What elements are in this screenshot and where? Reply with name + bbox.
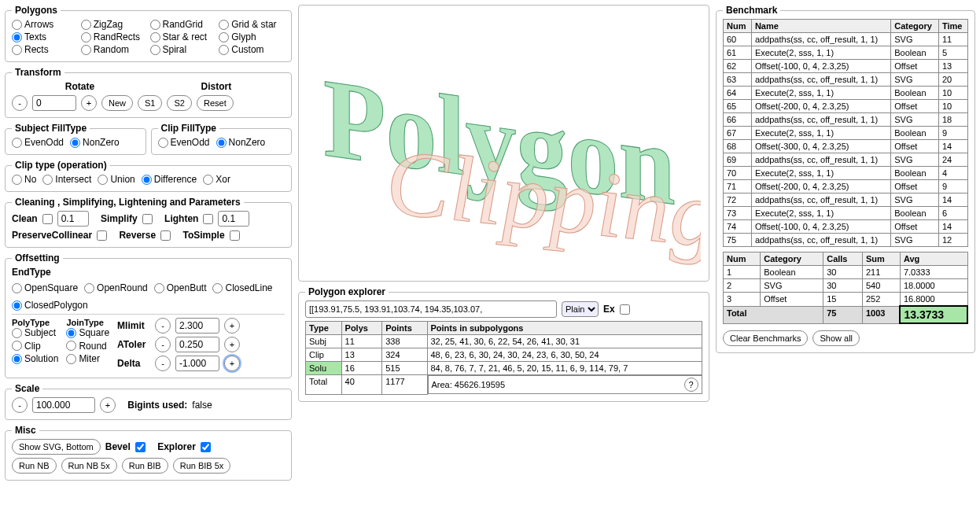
subject-fill-option-evenodd[interactable]: EvenOdd: [12, 137, 64, 148]
polygons-option-star-rect[interactable]: Star & rect: [150, 31, 216, 42]
polygons-option-radio-randrects[interactable]: [81, 32, 91, 42]
scale-minus-button[interactable]: -: [12, 397, 28, 413]
cliptype-option-no[interactable]: No: [12, 174, 36, 185]
ex-checkbox[interactable]: [620, 304, 630, 315]
delta-input[interactable]: [175, 356, 219, 371]
show-svg-button[interactable]: Show SVG, Bottom: [12, 439, 101, 455]
polygons-option-radio-custom[interactable]: [219, 45, 229, 55]
polygons-option-rects[interactable]: Rects: [12, 44, 78, 55]
cliptype-option-xor[interactable]: Xor: [203, 174, 230, 185]
polygons-option-radio-random[interactable]: [81, 45, 91, 55]
polygons-option-texts[interactable]: Texts: [12, 31, 78, 42]
endtype-option-closedline[interactable]: ClosedLine: [212, 282, 272, 293]
atoler-input[interactable]: [175, 337, 219, 352]
canvas-area[interactable]: Polygon Clipping: [298, 5, 709, 282]
clip-fill-option-radio-evenodd[interactable]: [158, 138, 168, 148]
explorer-input[interactable]: [305, 300, 557, 318]
lighten-input[interactable]: [218, 211, 249, 227]
reverse-checkbox[interactable]: [160, 230, 171, 241]
polygons-option-glyph[interactable]: Glyph: [219, 31, 285, 42]
clip-fill-option-evenodd[interactable]: EvenOdd: [158, 137, 210, 148]
endtype-option-radio-opensquare[interactable]: [12, 283, 22, 293]
mlimit-minus-button[interactable]: -: [155, 318, 171, 334]
polygons-option-radio-glyph[interactable]: [219, 32, 229, 42]
subject-fill-option-nonzero[interactable]: NonZero: [70, 137, 120, 148]
endtype-option-opensquare[interactable]: OpenSquare: [12, 282, 78, 293]
reset-button[interactable]: Reset: [197, 95, 234, 111]
lighten-checkbox[interactable]: [203, 214, 213, 224]
jointype-option-square[interactable]: Square: [66, 327, 109, 338]
polygons-option-radio-rects[interactable]: [12, 45, 22, 55]
polygons-option-custom[interactable]: Custom: [219, 44, 285, 55]
benchmark-row: 72addpaths(ss, cc, off_result, 1, 1)SVG1…: [724, 194, 968, 207]
rotate-plus-button[interactable]: +: [81, 95, 97, 111]
s1-button[interactable]: S1: [138, 95, 162, 111]
polygons-option-radio-randgrid[interactable]: [150, 20, 160, 30]
polygons-option-randgrid[interactable]: RandGrid: [150, 19, 216, 30]
scale-input[interactable]: [32, 397, 95, 413]
rotate-minus-button[interactable]: -: [12, 95, 28, 111]
endtype-option-radio-closedline[interactable]: [212, 283, 223, 293]
endtype-option-openround[interactable]: OpenRound: [84, 282, 148, 293]
clear-benchmarks-button[interactable]: Clear Benchmarks: [723, 330, 808, 346]
polygons-option-radio-grid-star[interactable]: [219, 20, 229, 30]
run-bib-button[interactable]: Run BIB: [122, 458, 168, 474]
endtype-option-radio-closedpolygon[interactable]: [12, 300, 22, 311]
run-bib5-button[interactable]: Run BIB 5x: [173, 458, 231, 474]
show-all-button[interactable]: Show all: [812, 330, 860, 346]
endtype-option-openbutt[interactable]: OpenButt: [154, 282, 207, 293]
preserve-checkbox[interactable]: [97, 230, 107, 241]
polytype-option-clip[interactable]: Clip: [12, 341, 41, 352]
mlimit-input[interactable]: [175, 318, 219, 334]
endtype-option-closedpolygon[interactable]: ClosedPolygon: [12, 300, 88, 311]
polygons-option-arrows[interactable]: Arrows: [12, 19, 78, 30]
cliptype-option-union[interactable]: Union: [98, 174, 134, 185]
delta-minus-button[interactable]: -: [155, 356, 171, 371]
clean-input[interactable]: [57, 211, 89, 227]
cliptype-option-radio-union[interactable]: [98, 175, 108, 185]
explorer-select[interactable]: Plain: [562, 301, 599, 317]
polygons-option-zigzag[interactable]: ZigZag: [81, 19, 147, 30]
polygons-option-grid-star[interactable]: Grid & star: [219, 19, 285, 30]
simplify-checkbox[interactable]: [142, 214, 153, 224]
subject-fill-option-radio-evenodd[interactable]: [12, 138, 22, 148]
s2-button[interactable]: S2: [167, 95, 191, 111]
endtype-option-radio-openround[interactable]: [84, 283, 94, 293]
polygons-option-radio-arrows[interactable]: [12, 20, 22, 30]
polygons-option-radio-texts[interactable]: [12, 32, 22, 42]
jointype-option-miter[interactable]: Miter: [66, 353, 100, 364]
jointype-option-round[interactable]: Round: [66, 341, 106, 352]
explorer-checkbox[interactable]: [201, 442, 211, 452]
endtype-option-radio-openbutt[interactable]: [154, 283, 164, 293]
atoler-plus-button[interactable]: +: [224, 337, 240, 352]
polytype-option-solution[interactable]: Solution: [12, 353, 58, 364]
clean-checkbox[interactable]: [42, 214, 53, 224]
cliptype-option-difference[interactable]: Difference: [142, 174, 197, 185]
clip-fill-option-nonzero[interactable]: NonZero: [216, 137, 266, 148]
polygons-option-radio-spiral[interactable]: [150, 45, 160, 55]
atoler-minus-button[interactable]: -: [155, 337, 171, 352]
bevel-checkbox[interactable]: [135, 442, 146, 452]
polytype-option-subject[interactable]: Subject: [12, 327, 56, 338]
cliptype-option-radio-intersect[interactable]: [42, 175, 53, 185]
tosimple-checkbox[interactable]: [230, 230, 240, 241]
polygons-option-spiral[interactable]: Spiral: [150, 44, 216, 55]
cliptype-option-radio-difference[interactable]: [142, 175, 152, 185]
run-nb5-button[interactable]: Run NB 5x: [61, 458, 117, 474]
cliptype-option-radio-xor[interactable]: [203, 175, 213, 185]
polygons-option-randrects[interactable]: RandRects: [81, 31, 147, 42]
scale-plus-button[interactable]: +: [100, 397, 116, 413]
polygons-option-random[interactable]: Random: [81, 44, 147, 55]
subject-fill-option-radio-nonzero[interactable]: [70, 138, 80, 148]
cliptype-option-radio-no[interactable]: [12, 175, 22, 185]
rotate-input[interactable]: [32, 95, 76, 111]
new-button[interactable]: New: [101, 95, 133, 111]
help-button[interactable]: ?: [684, 378, 698, 392]
run-nb-button[interactable]: Run NB: [12, 458, 57, 474]
polygons-option-radio-zigzag[interactable]: [81, 20, 91, 30]
polygons-option-radio-star-rect[interactable]: [150, 32, 160, 42]
mlimit-plus-button[interactable]: +: [224, 318, 240, 334]
delta-plus-button[interactable]: +: [224, 356, 240, 371]
cliptype-option-intersect[interactable]: Intersect: [42, 174, 91, 185]
clip-fill-option-radio-nonzero[interactable]: [216, 138, 227, 148]
